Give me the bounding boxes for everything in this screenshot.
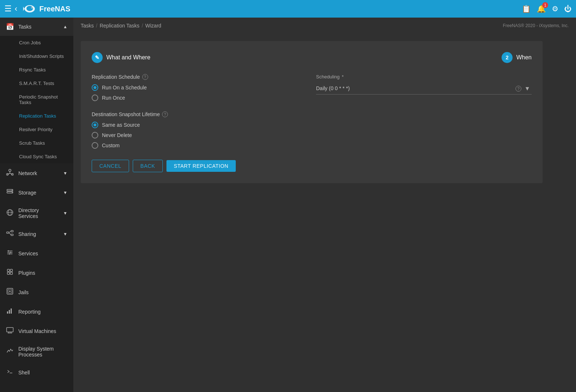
sidebar-item-display-system[interactable]: Display System Processes [0,341,73,363]
sidebar-item-directory-services[interactable]: Directory Services ▼ [0,202,73,224]
breadcrumb-replication[interactable]: Replication Tasks [100,23,140,29]
sidebar-item-periodic-snapshot[interactable]: Periodic Snapshot Tasks [0,90,73,109]
sidebar-item-cron-jobs[interactable]: Cron Jobs [0,36,73,49]
start-replication-button[interactable]: START REPLICATION [166,160,236,172]
sidebar-item-services[interactable]: Services [0,244,73,263]
directory-services-icon [6,209,14,218]
sidebar-item-replication[interactable]: Replication Tasks [0,109,73,123]
sidebar-item-vms[interactable]: Virtual Machines [0,321,73,341]
custom-label: Custom [102,143,120,148]
never-delete-radio[interactable] [92,132,98,138]
scheduling-select-wrapper: Daily (0 0 * * *) Hourly (0 * * * *) Wee… [316,82,532,95]
power-icon[interactable]: ⏻ [564,5,572,13]
tasks-submenu: Cron Jobs Init/Shutdown Scripts Rsync Ta… [0,36,73,163]
sidebar-item-reporting[interactable]: Reporting [0,302,73,321]
svg-line-22 [9,233,11,235]
scheduling-select[interactable]: Daily (0 0 * * *) Hourly (0 * * * *) Wee… [316,82,532,95]
network-label: Network [18,170,59,176]
step-2-label: When [516,54,532,61]
sidebar-item-jails[interactable]: Jails [0,282,73,302]
dest-snapshot-help-icon[interactable]: ? [162,111,168,117]
breadcrumb: Tasks / Replication Tasks / Wizard [81,23,161,29]
directory-services-arrow-icon: ▼ [63,211,67,216]
vms-label: Virtual Machines [18,328,67,334]
sidebar-item-shell[interactable]: Shell [0,363,73,382]
svg-rect-32 [10,272,12,274]
step-1-indicator: ✎ What and Where [92,52,150,63]
services-icon [6,249,14,258]
svg-rect-18 [7,232,9,233]
step-2-circle: 2 [502,52,513,63]
display-system-icon [6,347,14,356]
sidebar-item-scrub[interactable]: Scrub Tasks [0,136,73,150]
svg-point-1 [26,6,33,11]
dest-snapshot-title: Destination Snapshot Lifetime ? [92,111,307,117]
sidebar-item-cloud-sync[interactable]: Cloud Sync Tasks [0,150,73,163]
layout: 📅 Tasks ▲ Cron Jobs Init/Shutdown Script… [0,18,576,392]
network-icon [6,169,14,178]
reporting-icon [6,307,14,316]
back-chevron-icon[interactable]: ‹ [15,4,17,14]
plugins-label: Plugins [18,270,67,276]
svg-point-3 [32,7,32,8]
run-once-radio[interactable] [92,95,98,101]
dest-snapshot-label: Destination Snapshot Lifetime [92,111,160,117]
svg-point-13 [12,190,12,191]
sidebar-item-init-shutdown[interactable]: Init/Shutdown Scripts [0,49,73,63]
sidebar-item-rsync[interactable]: Rsync Tasks [0,63,73,77]
never-delete-label: Never Delete [102,132,132,138]
hamburger-icon[interactable]: ☰ [4,4,12,14]
wizard-card: ✎ What and Where 2 When [81,41,543,183]
custom-option[interactable]: Custom [92,142,307,149]
svg-rect-30 [10,269,12,271]
sidebar-item-plugins[interactable]: Plugins [0,263,73,282]
directory-services-label: Directory Services [18,207,59,219]
breadcrumb-bar: Tasks / Replication Tasks / Wizard FreeN… [73,18,576,34]
svg-rect-38 [11,308,12,314]
main-content: Tasks / Replication Tasks / Wizard FreeN… [73,18,576,392]
reporting-label: Reporting [18,309,67,315]
sharing-icon [6,229,14,238]
sidebar-item-resilver[interactable]: Resilver Priority [0,123,73,136]
svg-rect-39 [7,328,13,332]
logo: FreeNAS [23,2,522,15]
settings-icon[interactable]: ⚙ [552,4,558,13]
svg-rect-29 [7,269,10,271]
never-delete-option[interactable]: Never Delete [92,132,307,138]
svg-rect-31 [7,272,10,274]
run-once-label: Run Once [102,95,125,101]
breadcrumb-sep-2: / [142,23,143,29]
logo-text: FreeNAS [39,5,70,13]
svg-rect-37 [9,310,10,314]
logo-icon [23,2,36,15]
clipboard-icon[interactable]: 📋 [522,4,531,13]
scheduling-help-icon[interactable]: ? [516,86,521,92]
sidebar-item-smart[interactable]: S.M.A.R.T. Tests [0,77,73,90]
run-on-schedule-option[interactable]: Run On a Schedule [92,84,307,91]
page-body: ✎ What and Where 2 When [73,34,576,392]
run-once-option[interactable]: Run Once [92,95,307,101]
svg-point-5 [9,169,11,171]
sidebar-item-storage[interactable]: Storage ▼ [0,183,73,202]
breadcrumb-tasks[interactable]: Tasks [81,23,94,29]
same-as-source-radio[interactable] [92,122,98,128]
dest-snapshot-radio-group: Same as Source Never Delete Custom [92,122,307,149]
svg-rect-20 [11,234,13,236]
services-label: Services [18,251,67,256]
cancel-button[interactable]: CANCEL [92,160,129,172]
back-button[interactable]: BACK [133,160,163,172]
svg-marker-4 [23,7,25,11]
replication-schedule-help-icon[interactable]: ? [142,74,148,80]
scheduling-text: Scheduling [316,74,340,79]
dest-snapshot-section: Destination Snapshot Lifetime ? Same as … [92,111,307,149]
sidebar-item-network[interactable]: Network ▼ [0,163,73,183]
breadcrumb-wizard: Wizard [145,23,161,29]
sidebar-item-tasks[interactable]: 📅 Tasks ▲ [0,18,73,36]
sidebar-item-sharing[interactable]: Sharing ▼ [0,224,73,244]
storage-arrow-icon: ▼ [63,190,67,195]
run-on-schedule-radio[interactable] [92,84,98,91]
notification-icon[interactable]: 🔔 1 [537,4,546,13]
custom-radio[interactable] [92,142,98,149]
same-as-source-option[interactable]: Same as Source [92,122,307,128]
step-1-circle: ✎ [92,52,103,63]
